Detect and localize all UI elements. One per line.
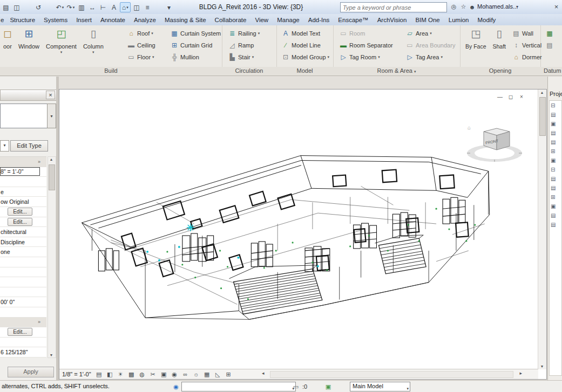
detail-level-icon[interactable]: ▤ [94, 370, 104, 379]
shadows-icon[interactable]: ▩ [126, 370, 137, 379]
properties-close-icon[interactable]: × [46, 91, 55, 99]
scroll-up-icon[interactable]: ▲ [538, 91, 546, 94]
ribbon-tab[interactable]: Analyze [130, 15, 160, 25]
design-options-icon[interactable]: ▣ [324, 382, 333, 391]
undo-icon[interactable]: ↶▾ [55, 3, 65, 12]
property-row[interactable]: 00' 0" [0, 297, 46, 307]
displacement-sets-icon[interactable]: ⊞ [224, 370, 234, 379]
ribbon-tab[interactable]: e [0, 15, 5, 25]
property-row[interactable]: chitectural [0, 227, 46, 237]
exchange-apps-icon[interactable]: × [552, 2, 561, 11]
property-row[interactable] [0, 257, 46, 267]
viewcube-home-icon[interactable]: ⌂ [468, 125, 471, 130]
ribbon-tab[interactable]: Insert [72, 15, 96, 25]
ribbon-tab[interactable]: View [250, 15, 273, 25]
level-button[interactable]: ▦ [544, 27, 557, 39]
property-row[interactable]: » [0, 157, 46, 167]
open-icon[interactable]: ▤▾ [1, 3, 11, 12]
ramp-button[interactable]: ◿ Ramp ▾ [226, 39, 261, 51]
thin-lines-icon[interactable]: ≡▾ [143, 3, 152, 12]
vertical-opening-button[interactable]: ↕ Vertical ▾ [510, 39, 544, 51]
scroll-down-icon[interactable]: ▼ [48, 353, 55, 357]
ribbon-tab[interactable]: Manage [273, 15, 304, 25]
mullion-button[interactable]: ╬ Mullion ▾ [168, 51, 222, 63]
scroll-down-icon[interactable]: ▼ [538, 365, 546, 368]
username-dropdown-icon[interactable]: ▾ [516, 4, 518, 9]
column-button[interactable]: ▯ Column ▾ [80, 26, 107, 67]
tree-node[interactable]: ▤ [550, 128, 561, 137]
ribbon-tab[interactable]: Massing & Site [160, 15, 211, 25]
canvas-vertical-scrollbar[interactable]: ▲ ▼ [538, 90, 546, 369]
shaft-button[interactable]: ▯ Shaft ▾ [490, 26, 510, 67]
tree-node[interactable]: ▤ [550, 183, 561, 192]
dormer-button[interactable]: ⌂ Dormer ▾ [510, 51, 544, 63]
qat-separator[interactable]: ▾ [23, 3, 32, 12]
save-icon[interactable]: ◫▾ [12, 3, 22, 12]
horizontal-scrollbar[interactable] [270, 371, 513, 378]
tree-node[interactable]: ▤ [550, 220, 561, 229]
opening-by-face-button[interactable]: ◳ By Face ▾ [462, 26, 490, 67]
property-row[interactable]: Edit... [0, 327, 46, 338]
ribbon-tab[interactable]: Add-Ins [304, 15, 334, 25]
ribbon-tab[interactable]: ArchVision [373, 15, 411, 25]
sun-path-icon[interactable]: ☀ [116, 370, 126, 379]
tag-room-button[interactable]: ▷ Tag Room ▾ [337, 51, 395, 63]
scroll-up-icon[interactable]: ▲ [48, 157, 55, 161]
tree-node[interactable]: ⊟ [550, 165, 561, 174]
property-row[interactable]: 6 125/128" [0, 347, 46, 357]
tree-node[interactable]: ⊟ [550, 101, 561, 110]
stair-button[interactable]: ▙ Stair ▾ [226, 51, 261, 63]
visual-style-icon[interactable]: ◧ [105, 370, 115, 379]
curtain-grid-button[interactable]: ⊞ Curtain Grid ▾ [168, 39, 222, 51]
scrollbar-thumb[interactable] [49, 164, 55, 190]
favorites-star-icon[interactable]: ☆ [459, 2, 468, 11]
username-menu[interactable]: Mohamed.als... [477, 3, 518, 10]
grid-button[interactable]: ▤ [544, 39, 557, 51]
redo-icon[interactable]: ↷▾ [66, 3, 76, 12]
temporary-hide-isolate-icon[interactable]: ∞ [180, 370, 191, 379]
tree-node[interactable]: ▤ [550, 137, 561, 147]
aligned-dimension-icon[interactable]: ⊢▾ [98, 3, 108, 12]
room-separator-button[interactable]: ▬ Room Separator ▾ [337, 39, 395, 51]
component-button[interactable]: ◰ Component ▾ [43, 26, 80, 67]
room-button[interactable]: ▭ Room ▾ [337, 27, 395, 39]
properties-scrollbar[interactable]: ▲ ▼ [48, 156, 56, 358]
edit-type-button[interactable]: Edit Type [10, 140, 48, 152]
editable-only-icon[interactable]: ▭ [292, 382, 300, 391]
property-row[interactable] [0, 277, 46, 287]
print-icon[interactable]: ▥▾ [77, 3, 86, 12]
search-go-icon[interactable]: ◎ [449, 2, 458, 11]
property-row[interactable]: » [0, 318, 46, 328]
roof-button[interactable]: ⌂ Roof ▾ [125, 27, 157, 39]
properties-palette-header[interactable]: × [0, 90, 57, 101]
tag-area-button[interactable]: ▷ Tag Area ▾ [404, 51, 457, 63]
tree-node[interactable]: ▣ [550, 156, 561, 165]
show-crop-icon[interactable]: ▣ [159, 370, 169, 379]
measure-icon[interactable]: ↔▾ [87, 3, 97, 12]
search-input[interactable] [341, 4, 446, 11]
model-group-button[interactable]: ⊡ Model Group ▾ [280, 51, 331, 63]
restore-view-icon[interactable]: ◻ [506, 94, 515, 101]
ribbon-tab[interactable]: Systems [39, 15, 72, 25]
property-row[interactable]: e [0, 187, 46, 197]
property-row[interactable]: ow Original [0, 197, 46, 207]
model-text-button[interactable]: A Model Text ▾ [280, 27, 331, 39]
tree-node[interactable]: ▤ [550, 110, 561, 119]
temporary-view-properties-icon[interactable]: ▦ [202, 370, 212, 379]
property-row[interactable]: Edit... [0, 207, 46, 217]
ribbon-tab[interactable]: Modify [473, 15, 500, 25]
active-workset-select[interactable]: ▾ [181, 382, 296, 391]
hscroll-right-icon[interactable]: ▸ [519, 370, 522, 376]
scrollbar-thumb[interactable] [539, 97, 546, 136]
area-button[interactable]: ▱ Area ▾ [404, 27, 457, 39]
lock-3d-view-icon[interactable]: ◉ [170, 370, 180, 379]
tree-node[interactable]: ▣ [550, 202, 561, 211]
sync-icon[interactable]: ↺▾ [33, 3, 43, 12]
drawing-area[interactable]: FRONT ⌂ — ◻ × ▲ ▼ 1/8" = 1'-0" ▤ [59, 89, 547, 380]
area-boundary-button[interactable]: ▭ Area Boundary ▾ [404, 39, 457, 51]
property-row[interactable] [0, 267, 46, 278]
panel-label-opening[interactable]: Opening [460, 67, 540, 75]
property-row[interactable] [0, 287, 46, 298]
curtain-system-button[interactable]: ▦ Curtain System ▾ [168, 27, 222, 39]
floor-button[interactable]: ▭ Floor ▾ [125, 51, 157, 63]
